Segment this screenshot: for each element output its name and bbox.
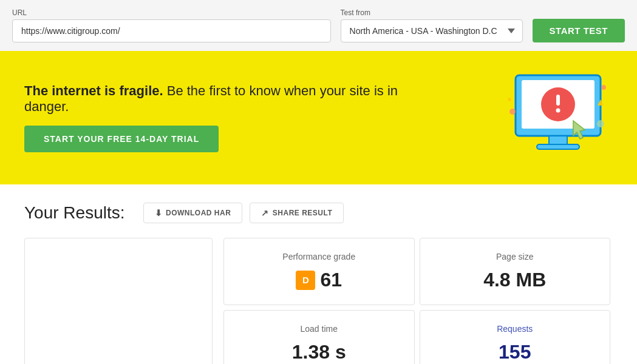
load-time-card: Load time 1.38 s xyxy=(223,310,415,364)
performance-grade-value: D 61 xyxy=(239,269,400,291)
results-grid: Performance grade D 61 Page size 4.8 MB … xyxy=(24,238,613,364)
start-test-button[interactable]: START TEST xyxy=(533,19,625,42)
banner-content: The internet is fragile. Be the first to… xyxy=(24,83,401,152)
metrics-grid: Performance grade D 61 Page size 4.8 MB … xyxy=(221,238,613,364)
page-size-card: Page size 4.8 MB xyxy=(420,238,611,305)
monitor-svg xyxy=(503,69,613,166)
svg-point-8 xyxy=(509,109,516,115)
banner-bold-text: The internet is fragile. xyxy=(24,83,163,98)
download-icon: ⬇ xyxy=(155,208,163,218)
results-header: Your Results: ⬇ DOWNLOAD HAR ↗ SHARE RES… xyxy=(24,203,613,223)
performance-grade-card: Performance grade D 61 xyxy=(223,238,415,305)
free-trial-button[interactable]: START YOUR FREE 14-DAY TRIAL xyxy=(24,126,219,152)
page-size-value: 4.8 MB xyxy=(435,269,596,291)
performance-grade-label: Performance grade xyxy=(239,252,400,261)
share-icon: ↗ xyxy=(261,208,269,218)
url-input[interactable] xyxy=(12,19,331,42)
download-har-label: DOWNLOAD HAR xyxy=(166,209,231,217)
test-from-label: Test from xyxy=(341,8,523,17)
monitor-illustration xyxy=(503,69,613,166)
svg-point-10 xyxy=(601,85,606,90)
results-title: Your Results: xyxy=(24,203,125,223)
grade-badge: D xyxy=(296,271,315,290)
share-result-button[interactable]: ↗ SHARE RESULT xyxy=(250,203,344,223)
download-har-button[interactable]: ⬇ DOWNLOAD HAR xyxy=(143,203,243,223)
url-field: URL xyxy=(12,8,331,42)
requests-card: Requests 155 xyxy=(420,310,611,364)
requests-label: Requests xyxy=(435,324,596,334)
header: URL Test from North America - USA - Wash… xyxy=(0,0,637,51)
test-from-field: Test from North America - USA - Washingt… xyxy=(341,8,523,42)
svg-rect-3 xyxy=(537,144,579,149)
svg-point-11 xyxy=(597,120,604,127)
test-from-select[interactable]: North America - USA - Washington D.C xyxy=(341,19,523,42)
load-time-value: 1.38 s xyxy=(239,341,400,363)
svg-rect-5 xyxy=(556,95,560,106)
requests-value: 155 xyxy=(435,341,596,363)
banner-cta: START YOUR FREE 14-DAY TRIAL xyxy=(24,126,401,152)
page-size-label: Page size xyxy=(435,252,596,261)
svg-point-9 xyxy=(508,98,511,101)
share-result-label: SHARE RESULT xyxy=(273,209,332,217)
grade-number: 61 xyxy=(320,269,342,291)
results-actions: ⬇ DOWNLOAD HAR ↗ SHARE RESULT xyxy=(143,203,344,223)
url-label: URL xyxy=(12,8,331,17)
grade-card xyxy=(24,238,213,364)
load-time-label: Load time xyxy=(239,324,400,334)
results-section: Your Results: ⬇ DOWNLOAD HAR ↗ SHARE RES… xyxy=(0,184,637,364)
svg-point-6 xyxy=(556,109,560,113)
banner-text: The internet is fragile. Be the first to… xyxy=(24,83,401,115)
banner: The internet is fragile. Be the first to… xyxy=(0,51,637,184)
